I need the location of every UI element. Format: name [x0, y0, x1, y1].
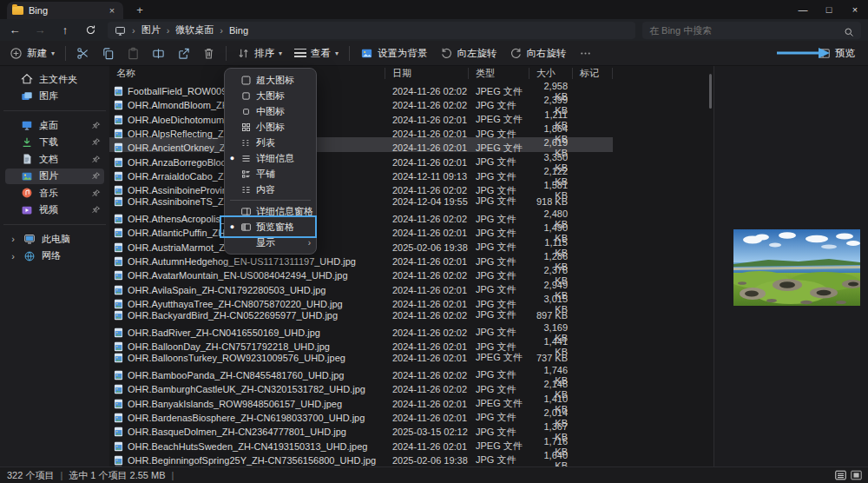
file-row[interactable]: OHR.BardenasBiosphere_ZH-CN6198033700_UH… [109, 407, 613, 421]
more-button[interactable] [573, 43, 598, 63]
breadcrumb-item[interactable]: 图片 [141, 23, 161, 36]
close-button[interactable]: × [842, 0, 868, 19]
menu-item-中图标[interactable]: 中图标 [225, 103, 316, 119]
file-row[interactable]: OHR.AlpsReflecting_ZH-CN4036322024-11-26… [109, 123, 613, 137]
file-row[interactable]: OHR.BeachHutsSweden_ZH-CN4193150313_UHD.… [109, 436, 613, 450]
tab-bing[interactable]: Bing × [7, 2, 123, 19]
vertical-scrollbar[interactable] [709, 74, 712, 109]
set-background-button[interactable]: 设置为背景 [354, 43, 434, 63]
paste-button[interactable] [121, 43, 146, 63]
file-row[interactable]: OHR.AnzaBorregoBloom_ZH-CN82024-11-26 02… [109, 152, 613, 166]
file-row[interactable]: FootballField_ROW0099610326.jp2024-11-26… [109, 81, 613, 95]
file-row[interactable]: OHR.BeginningofSpring25Y_ZH-CN7356156800… [109, 450, 613, 464]
details-view-toggle[interactable] [834, 469, 847, 481]
minimize-button[interactable]: — [790, 0, 816, 19]
file-date: 2024-11-26 02:02 [385, 100, 469, 110]
menu-item-内容[interactable]: 内容 [225, 182, 316, 197]
new-tab-button[interactable]: + [134, 3, 146, 17]
sidebar-item-gallery[interactable]: 图库 [5, 89, 104, 105]
rename-button[interactable] [146, 43, 171, 63]
menu-item-label: 内容 [256, 183, 311, 196]
menu-item-详细信息[interactable]: ●详细信息 [225, 150, 316, 166]
delete-button[interactable] [196, 43, 221, 63]
file-row[interactable]: OHR.AutumnHedgehog_EN-US1171311197_UHD.j… [109, 251, 613, 265]
column-header-date[interactable]: 日期 [385, 68, 469, 79]
sidebar-item-desktop[interactable]: 桌面 [5, 117, 104, 134]
menu-item-超大图标[interactable]: 超大图标 [225, 72, 316, 88]
address-bar[interactable]: › 图片›微软桌面›Bing [108, 22, 635, 39]
view-button[interactable]: 查看 ▾ [288, 43, 345, 63]
file-row[interactable]: OHR.AloeDichotomum_ROW74472024-11-26 02:… [109, 109, 613, 123]
column-header-type[interactable]: 类型 [469, 68, 529, 79]
thumbnail-view-toggle[interactable] [850, 469, 863, 481]
file-row[interactable]: OHR.BambooPanda_ZH-CN8455481760_UHD.jpg2… [109, 365, 613, 379]
file-size: 737 KB [529, 353, 573, 363]
rotate-left-button[interactable]: 向左旋转 [434, 43, 503, 63]
file-name-cell: OHR.BamburghCastleUK_ZH-CN3201531782_UHD… [109, 384, 385, 394]
file-row[interactable]: OHR.BamburghCastleUK_ZH-CN3201531782_UHD… [109, 379, 613, 393]
file-row[interactable]: OHR.AvilaSpain_ZH-CN1792280503_UHD.jpg20… [109, 280, 613, 294]
copy-icon [102, 47, 115, 60]
search-box[interactable] [642, 22, 861, 39]
file-row[interactable]: OHR.AssiniboineTS_ZH-CN9936042024-12-04 … [109, 195, 613, 208]
sidebar-item-this-pc[interactable]: ›此电脑 [5, 231, 104, 248]
menu-item-大图标[interactable]: 大图标 [225, 88, 316, 103]
file-name-cell: OHR.BambooPanda_ZH-CN8455481760_UHD.jpg [109, 370, 385, 380]
file-row[interactable]: OHR.AlmondBloom_ZH-CN9441552024-11-26 02… [109, 95, 613, 109]
menu-item-平铺[interactable]: 平铺 [225, 166, 316, 182]
file-row[interactable]: OHR.AyutthayaTree_ZH-CN8075870220_UHD.jp… [109, 294, 613, 308]
file-row[interactable]: OHR.AtlanticPuffin_ZH-CN852322024-11-26 … [109, 222, 613, 236]
file-row[interactable]: OHR.ArraialdoCabo_ZH-CN620262024-12-11 0… [109, 166, 613, 180]
column-header-tags[interactable]: 标记 [573, 68, 613, 79]
navigation-sidebar: 主文件夹图库桌面下载文档图片音乐视频›此电脑›网络 [0, 66, 109, 466]
refresh-button[interactable] [80, 22, 101, 39]
column-header-size[interactable]: 大小 [529, 68, 573, 79]
file-type: JPG 文件 [469, 241, 529, 254]
file-row[interactable]: OHR.BalloonsTurkey_ROW9231009576_UHD.jpe… [109, 351, 613, 365]
file-name-cell: OHR.BackyardBird_ZH-CN0522695977_UHD.jpg [109, 310, 385, 321]
sidebar-item-videos[interactable]: 视频 [5, 202, 104, 219]
image-file-icon [114, 256, 123, 267]
up-button[interactable]: ↑ [55, 22, 76, 39]
sidebar-item-documents[interactable]: 文档 [5, 151, 104, 168]
file-date: 2025-02-06 19:38 [385, 242, 469, 253]
menu-item-列表[interactable]: 列表 [225, 135, 316, 150]
sidebar-item-network[interactable]: ›网络 [5, 248, 104, 265]
file-row[interactable]: OHR.AvatarMountain_EN-US0084042494_UHD.j… [109, 265, 613, 279]
clipboard-icon [127, 47, 140, 60]
file-row[interactable]: OHR.AssiniboineProvincialPark_ZH2024-11-… [109, 180, 613, 194]
menu-item-小图标[interactable]: 小图标 [225, 119, 316, 135]
back-button[interactable]: ← [4, 22, 25, 39]
tab-close-icon[interactable]: × [106, 5, 118, 16]
sidebar-item-pictures[interactable]: 图片 [5, 169, 104, 185]
music-icon [21, 187, 33, 199]
image-file-icon [114, 370, 123, 380]
file-date: 2024-11-26 02:02 [385, 370, 469, 380]
maximize-button[interactable]: □ [816, 0, 842, 19]
file-row[interactable]: OHR.BalloonDay_ZH-CN7571792218_UHD.jpg20… [109, 336, 613, 350]
sort-button[interactable]: 排序 ▾ [231, 43, 288, 63]
search-input[interactable] [649, 25, 844, 36]
file-row[interactable]: OHR.AncientOrkney_ZH-CN111032024-11-26 0… [109, 137, 613, 151]
rotate-right-button[interactable]: 向右旋转 [503, 43, 573, 63]
file-row[interactable]: OHR.BasqueDolmen_ZH-CN2364777801_UHD.jpg… [109, 421, 613, 435]
breadcrumb-item[interactable]: Bing [229, 25, 248, 36]
forward-button[interactable]: → [30, 22, 50, 39]
new-button[interactable]: 新建 ▾ [3, 43, 61, 63]
file-row[interactable]: OHR.BanyakIslands_ROW9848506157_UHD.jpeg… [109, 394, 613, 407]
sidebar-item-downloads[interactable]: 下载 [5, 135, 104, 151]
file-name: OHR.BalloonsTurkey_ROW9231009576_UHD.jpe… [128, 353, 345, 363]
chevron-right-icon[interactable]: › [9, 234, 17, 244]
file-row[interactable]: OHR.BackyardBird_ZH-CN0522695977_UHD.jpg… [109, 308, 613, 322]
share-button[interactable] [171, 43, 196, 63]
file-row[interactable]: OHR.AthensAcropolis_ZH-CN992024-11-26 02… [109, 208, 613, 222]
file-row[interactable]: OHR.BadRiver_ZH-CN0416550169_UHD.jpg2024… [109, 322, 613, 336]
sidebar-item-home[interactable]: 主文件夹 [5, 71, 104, 88]
file-type: JPEG 文件 [469, 397, 529, 410]
sidebar-item-music[interactable]: 音乐 [5, 185, 104, 202]
chevron-right-icon[interactable]: › [9, 251, 17, 261]
cut-button[interactable] [70, 43, 95, 63]
file-row[interactable]: OHR.AustriaMarmot_ZH-CN230372025-02-06 1… [109, 237, 613, 251]
copy-button[interactable] [95, 43, 121, 63]
breadcrumb-item[interactable]: 微软桌面 [175, 23, 214, 36]
